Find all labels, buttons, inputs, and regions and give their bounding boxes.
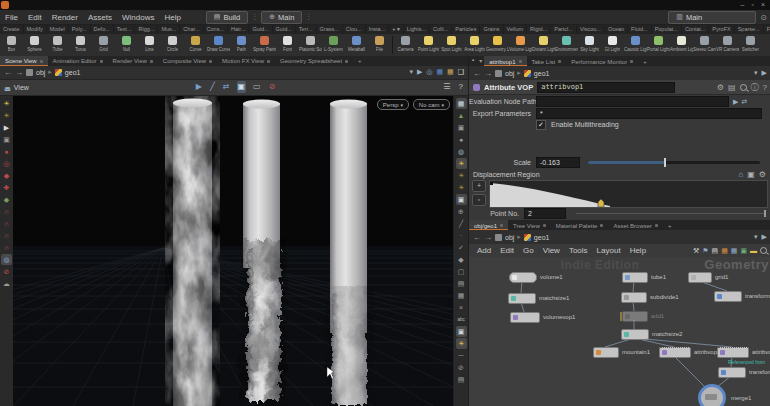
select-brush-icon[interactable]: ╱ [209,81,216,93]
light3-icon[interactable]: ☀ [456,182,467,193]
shelf-tab-lights[interactable]: Lights... [404,25,430,34]
tab-animation-editor[interactable]: Animation Editor [48,56,108,66]
breadcrumb-node[interactable]: geo1 [65,69,81,76]
display-options-icon[interactable]: ☰ [442,81,451,93]
shelf-tool-circle[interactable]: Circle [161,34,184,56]
breadcrumb-root[interactable]: obj [505,234,514,241]
node-mountain1[interactable]: mountain1 [593,347,619,358]
axis-icon[interactable]: ◆ [456,254,467,265]
node-volumevop1[interactable]: volumevop1 [510,312,540,323]
presets-icon[interactable]: ▤ [728,83,736,92]
pane-square-icon[interactable]: ▪ [469,56,476,66]
grid2-icon[interactable]: ▦ [456,290,467,301]
path-dropdown-icon[interactable]: ▾ [409,68,413,76]
node-attribvop2[interactable]: attribvop2Referenced from [717,347,749,358]
scene-selector-right[interactable]: ▥ Main [668,11,756,24]
tools-icon[interactable]: ⚒ [693,247,699,255]
tab-motion-fx-view[interactable]: Motion FX View [217,56,275,66]
maximize-button[interactable]: ▫ [751,0,753,10]
shelf-tab-fem[interactable]: FEM [764,25,770,34]
shelf-tab-model[interactable]: Model [47,25,69,34]
pin-icon[interactable]: ▶ [762,233,767,241]
session-icon[interactable]: ⊙ [760,13,767,22]
color-grid-icon[interactable]: ▦ [721,247,728,255]
node-attribvop1[interactable]: attribvop1 [659,347,691,358]
cylinder-noise-texture[interactable] [173,99,212,406]
blue-grid-icon[interactable]: ▦ [731,247,738,255]
menu-edit[interactable]: Edit [23,13,47,22]
list-icon[interactable]: ▤ [456,278,467,289]
shelf-tool-geometry-light[interactable]: Geometry Light [486,34,509,56]
foliage-icon[interactable]: ▲ [456,110,467,121]
shelf-tab-add-left[interactable]: + ▾ [389,25,404,34]
display-toggle-icon[interactable]: ▭ [252,81,262,93]
shelf-tab-colli[interactable]: Colli... [430,25,452,34]
network-menu-view[interactable]: View [539,246,564,255]
shelf-tool-portal-light[interactable]: Portal Light [647,34,670,56]
shelf-tool-grid[interactable]: Grid [92,34,115,56]
view-tool-icon[interactable]: ◍ [1,254,12,265]
menu-assets[interactable]: Assets [83,13,117,22]
grid-display-icon[interactable]: ▦ [456,98,467,109]
network-editor-canvas[interactable]: Indie Edition Geometry volume1matchsize1… [469,257,770,406]
tab-[interactable]: + [638,56,652,66]
translate-handle-icon[interactable]: ● [1,146,12,157]
snapshot-multi-icon[interactable]: ▦ [447,68,454,76]
tab-composite-view[interactable]: Composite View [158,56,217,66]
bounds-icon[interactable]: ▢ [456,266,467,277]
shelf-tab-text[interactable]: Text... [114,25,136,34]
light4-icon[interactable]: ☀ [456,338,467,349]
shelf-tab-guid[interactable]: Guid... [249,25,272,34]
node-subdivide1[interactable]: subdivide1 [621,292,647,303]
node-transform1[interactable]: transform1 [718,367,746,378]
tab-render-view[interactable]: Render View [108,56,158,66]
panel-icon[interactable]: ▣ [456,326,467,337]
shelf-tab-particles[interactable]: Particles [452,25,480,34]
tab-attribvop1[interactable]: attribvop1 [484,56,526,66]
shelf-tool-spray-paint[interactable]: Spray Paint [253,34,276,56]
shelf-tool-torus[interactable]: Torus [69,34,92,56]
export-parameters-field[interactable]: * [536,108,762,119]
light2-icon[interactable]: ☀ [456,170,467,181]
paint-tool-icon[interactable]: ◆ [1,194,12,205]
node-tube1[interactable]: tube1 [622,272,648,283]
options-icon[interactable]: ⊕ [456,206,467,217]
shelf-tab-create[interactable]: Create [0,25,24,34]
shelf-tool-caustic-light[interactable]: Caustic Light [624,34,647,56]
shelf-tab-poly[interactable]: Poly... [69,25,91,34]
shelf-tab-contai[interactable]: Contai... [682,25,709,34]
shelf-tool-curve[interactable]: Curve [184,34,207,56]
ramp-point-start[interactable] [490,182,493,185]
tab-asset-browser[interactable]: Asset Browser [608,220,663,230]
node-matchsize1[interactable]: matchsize1 [508,293,536,304]
shelf-tab-mus[interactable]: Mus... [158,25,180,34]
shelf-tab-guid[interactable]: Guid... [273,25,296,34]
shelf-tool-spot-light[interactable]: Spot Light [440,34,463,56]
camera-button[interactable]: No cam ▾ [413,99,450,110]
tab-performance-monitor[interactable]: Performance Monitor [566,56,638,66]
shelf-tab-clou[interactable]: Clou... [343,25,366,34]
shelf-tab-partcl[interactable]: Partcl... [551,25,577,34]
close-button[interactable]: × [761,0,765,10]
network-menu-help[interactable]: Help [626,246,650,255]
ramp-mode-button[interactable]: ▫ [472,194,486,206]
home-ramp-icon[interactable]: ⌂ [738,170,743,179]
node-name-field[interactable]: attribvop1 [537,82,675,93]
eval-node-path-field[interactable] [536,96,729,107]
material-icon[interactable]: ▣ [456,194,467,205]
pane-max-icon[interactable]: ❑ [458,68,464,76]
node-matchsize2[interactable]: matchsize2 [621,329,649,340]
lock-icon[interactable]: ▣ [456,122,467,133]
node-jump-icon[interactable]: ⇄ [741,98,747,106]
back-icon[interactable]: ← [473,233,481,242]
scene-selector[interactable]: ⊕ Main [261,11,302,24]
tab-[interactable]: + [663,220,677,230]
shelf-tab-pyrofx[interactable]: PyroFX [709,25,734,34]
shelf-tab-rigid[interactable]: Rigid... [527,25,551,34]
shade-icon[interactable]: ◍ [456,146,467,157]
shelf-tool-draw-curve[interactable]: Draw Curve [207,34,230,56]
path-dropdown-icon[interactable]: ▾ [754,69,758,77]
shelf-tool-vr-camera[interactable]: VR Camera [716,34,739,56]
minimize-button[interactable]: – [741,0,745,10]
back-icon[interactable]: ← [473,69,481,78]
